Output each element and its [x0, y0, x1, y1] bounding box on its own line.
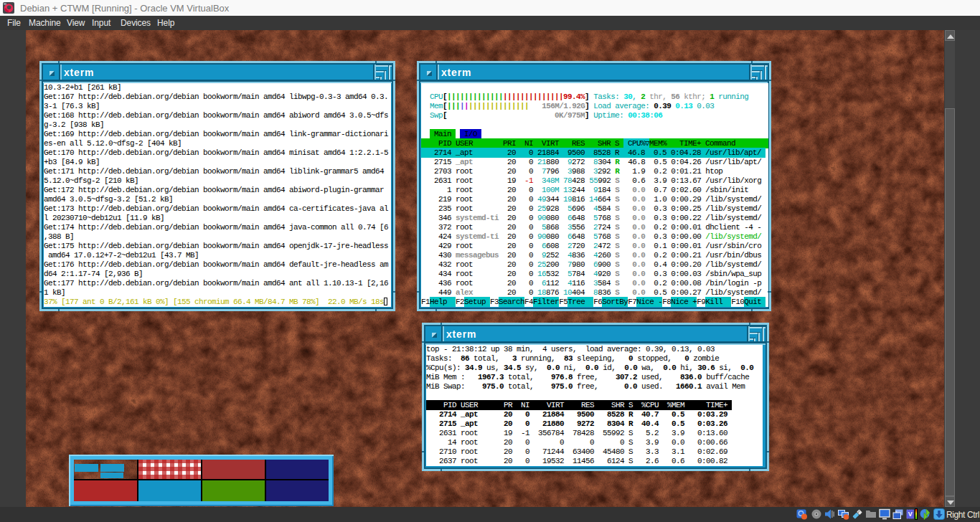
svg-text:V: V	[908, 511, 913, 518]
